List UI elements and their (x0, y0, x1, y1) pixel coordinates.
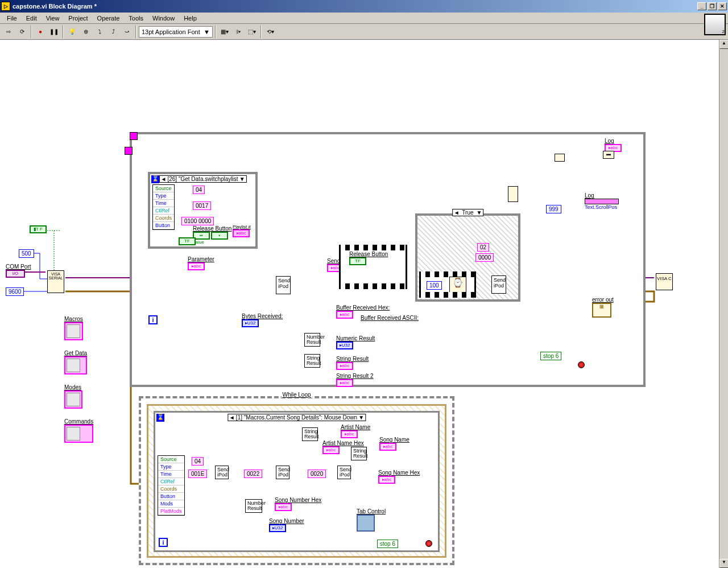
send-ipod-c[interactable]: Send iPod (337, 466, 351, 479)
tf-terminal[interactable]: TF (179, 237, 196, 245)
block-diagram-canvas[interactable]: ▮T F 500 COM Port I/O 9600 VISA SERIAL M… (0, 40, 719, 568)
macros-control[interactable] (64, 322, 83, 340)
event2-selector[interactable]: [1] "Macros.Current Song Details": Mouse… (228, 414, 366, 421)
build-array-icon[interactable] (508, 186, 518, 202)
vertical-scrollbar[interactable]: ▲ ▼ (719, 40, 728, 568)
case-structure-true[interactable]: True 02 0000 100 ⌚ Send iPod (415, 213, 520, 302)
event-structure-2[interactable]: ⌛ [1] "Macros.Current Song Details": Mou… (154, 411, 440, 552)
concat-icon-2[interactable] (555, 154, 565, 162)
reorder-button[interactable]: ⟲▾ (264, 26, 276, 38)
menu-window[interactable]: Window (148, 14, 179, 23)
menu-view[interactable]: View (42, 14, 64, 23)
send-ipod-b[interactable]: Send iPod (276, 466, 289, 479)
align-button[interactable]: ▦▾ (218, 26, 231, 38)
wait-icon[interactable]: ⌚ (449, 277, 466, 294)
scroll-up-button[interactable]: ▲ (719, 40, 728, 49)
send-ipod-subvi-1[interactable]: Send iPod (276, 276, 291, 294)
numresult-terminal[interactable]: ▸U32 (336, 341, 353, 349)
songnumhex-terminal[interactable]: ▸abc (275, 503, 292, 511)
const-001e[interactable]: 001E (188, 470, 207, 478)
visa-serial-subvi[interactable]: VISA SERIAL (47, 270, 64, 293)
step-out-button[interactable]: ⤻ (121, 26, 133, 38)
constant-baud[interactable]: 9600 (6, 287, 24, 296)
send-ipod-subvi-2[interactable]: Send iPod (491, 275, 506, 294)
commands-control[interactable] (64, 425, 93, 443)
const-04-b[interactable]: 04 (192, 457, 204, 466)
artistnamehex-terminal[interactable]: ▸abc (322, 446, 340, 454)
event2-data-node[interactable]: Source Type Time CtlRef Coords Button Mo… (158, 455, 185, 516)
close-button[interactable]: ✕ (718, 2, 727, 10)
stop-terminal-2[interactable] (425, 540, 432, 547)
retain-wire-button[interactable]: ⊕ (80, 26, 92, 38)
pause-button[interactable]: ❚❚ (48, 26, 60, 38)
const-0022[interactable]: 0022 (244, 470, 262, 478)
tabcontrol-terminal[interactable] (357, 515, 375, 532)
const-0000[interactable]: 0000 (475, 253, 494, 262)
songnum-terminal[interactable]: ▸U32 (269, 524, 286, 532)
bufhex-terminal[interactable]: ▸abc (336, 311, 353, 319)
menu-project[interactable]: Project (64, 14, 92, 23)
step-over-button[interactable]: ⤴ (107, 26, 119, 38)
distribute-button[interactable]: ⫴▾ (232, 26, 245, 38)
abort-button[interactable]: ● (34, 26, 47, 38)
log-property-node[interactable] (585, 199, 619, 204)
songnamehex-terminal[interactable]: ▸abc (378, 476, 395, 484)
const-0017[interactable]: 0017 (193, 201, 211, 210)
string-result-subvi[interactable]: String Result (304, 354, 320, 368)
const-02[interactable]: 02 (477, 243, 489, 252)
sequence-structure-1[interactable]: Release Button TF (339, 245, 407, 289)
step-into-button[interactable]: ⤵ (93, 26, 106, 38)
bufhex-label: Buffer Received Hex: (336, 304, 390, 311)
number-result-subvi[interactable]: Number Result (304, 333, 320, 347)
strresult2-terminal[interactable]: ▸abc (336, 379, 353, 387)
visa-close-subvi[interactable]: VISA C (656, 273, 673, 290)
bytes-recv-terminal[interactable]: ▸U32 (242, 319, 259, 327)
inner-sequence[interactable]: 100 ⌚ (419, 271, 476, 298)
event-structure-1[interactable]: ⌛ [26] "Get Data.switchplaylist Source T… (148, 172, 258, 249)
window-title: capstone.vi Block Diagram * (13, 3, 697, 10)
number-result-b[interactable]: Number Result (245, 499, 262, 513)
case-selector-true[interactable]: True (452, 209, 484, 216)
const-0020[interactable]: 0020 (308, 470, 326, 478)
resize-button[interactable]: ⬚▾ (246, 26, 258, 38)
playlist-terminal[interactable]: ▸abc (233, 229, 250, 237)
restore-button[interactable]: ❐ (708, 2, 717, 10)
constant-timeout[interactable]: 500 (19, 249, 34, 258)
run-continuous-button[interactable]: ⟳ (16, 26, 28, 38)
concat-icon[interactable]: ▬ (603, 151, 614, 159)
modes-control[interactable] (64, 390, 82, 409)
minimize-button[interactable]: _ (697, 2, 706, 10)
artistname-terminal[interactable]: ▸abc (341, 430, 358, 438)
event1-selector[interactable]: [26] "Get Data.switchplaylist (159, 175, 246, 183)
highlight-button[interactable]: 💡 (66, 26, 78, 38)
const-999[interactable]: 999 (546, 205, 561, 213)
const-04[interactable]: 04 (193, 186, 205, 194)
string-result-a[interactable]: String Result (302, 427, 318, 441)
parameter-terminal[interactable]: ▸abc (188, 262, 205, 270)
send-ipod-a[interactable]: Send iPod (215, 466, 229, 479)
const-100[interactable]: 100 (427, 281, 442, 290)
string-result-b[interactable]: String Result (351, 447, 367, 460)
vi-icon[interactable]: 2 (704, 14, 726, 35)
run-button[interactable]: ⇨ (2, 26, 15, 38)
artistname-label: Artist Name (341, 424, 370, 430)
event1-data-node[interactable]: Source Type Time CtlRef Coords Button (152, 184, 175, 230)
comport-control[interactable]: I/O (6, 270, 25, 278)
tunnel-pink (125, 147, 133, 155)
getdata-control[interactable] (64, 356, 87, 374)
scroll-down-button[interactable]: ▼ (719, 559, 728, 568)
release-btn2-terminal[interactable]: TF (349, 257, 366, 265)
strresult-terminal[interactable]: ▸abc (336, 362, 353, 370)
songname-terminal[interactable]: ▸abc (379, 443, 396, 451)
menu-file[interactable]: File (2, 14, 22, 23)
menu-help[interactable]: Help (179, 14, 201, 23)
menu-tools[interactable]: Tools (124, 14, 148, 23)
value-terminal[interactable]: ▪ (211, 232, 228, 240)
stop-terminal-1[interactable] (578, 361, 585, 368)
font-select[interactable]: 13pt Application Font▼ (139, 26, 213, 38)
errorout-terminal[interactable]: ▦ (592, 303, 611, 318)
bool-constant[interactable]: ▮T F (30, 225, 47, 233)
menu-operate[interactable]: Operate (93, 14, 125, 23)
const-0100[interactable]: 0100 0000 (181, 217, 214, 225)
menu-edit[interactable]: Edit (22, 14, 42, 23)
